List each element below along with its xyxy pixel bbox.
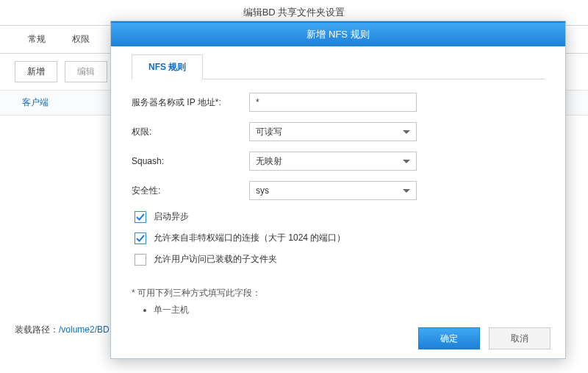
col-client[interactable]: 客户端 (22, 96, 49, 109)
async-label: 启动异步 (154, 210, 189, 223)
nonpriv-label: 允许来自非特权端口的连接（大于 1024 的端口） (154, 232, 345, 244)
dialog-title: 新增 NFS 规则 (111, 21, 565, 46)
help-text: * 可用下列三种方式填写此字段： 单一主机 万用符号：*, *.synology… (132, 285, 545, 319)
tab-permission[interactable]: 权限 (59, 26, 103, 53)
async-checkbox[interactable] (135, 211, 146, 223)
dialog-tabbar: NFS 规则 (132, 54, 545, 79)
subfolders-label: 允许用户访问已装载的子文件夹 (154, 253, 277, 266)
mount-path: 装载路径：/volume2/BD (15, 324, 110, 336)
security-label: 安全性: (132, 185, 249, 197)
help-intro: * 可用下列三种方式填写此字段： (132, 285, 545, 302)
security-select[interactable]: sys (249, 181, 417, 200)
security-value: sys (256, 185, 269, 196)
subfolders-checkbox[interactable] (135, 254, 146, 266)
cancel-button[interactable]: 取消 (489, 327, 551, 349)
check-icon (136, 234, 145, 243)
nonpriv-checkbox[interactable] (135, 232, 146, 244)
nfs-rule-dialog: 新增 NFS 规则 NFS 规则 服务器名称或 IP 地址*: 权限: 可读写 … (110, 21, 566, 359)
dialog-footer: 确定 取消 (111, 319, 565, 358)
chevron-down-icon (403, 189, 410, 193)
tab-general[interactable]: 常规 (15, 26, 59, 53)
permission-label: 权限: (132, 126, 249, 138)
add-button[interactable]: 新增 (15, 61, 57, 82)
tab-nfs-rule[interactable]: NFS 规则 (132, 54, 203, 79)
help-item-single: 单一主机 (154, 302, 545, 319)
squash-label: Squash: (132, 156, 249, 166)
permission-value: 可读写 (256, 126, 282, 138)
squash-value: 无映射 (256, 155, 282, 168)
dialog-body: NFS 规则 服务器名称或 IP 地址*: 权限: 可读写 Squash: 无映… (111, 46, 565, 319)
check-icon (136, 213, 145, 221)
host-input[interactable] (249, 93, 417, 112)
squash-select[interactable]: 无映射 (249, 152, 417, 171)
chevron-down-icon (403, 160, 410, 163)
ok-button[interactable]: 确定 (418, 327, 480, 349)
mount-path-label: 装载路径： (15, 324, 59, 335)
host-label: 服务器名称或 IP 地址*: (132, 96, 249, 109)
mount-path-value: /volume2/BD (59, 324, 110, 335)
permission-select[interactable]: 可读写 (249, 122, 417, 141)
edit-button[interactable]: 编辑 (65, 61, 107, 82)
chevron-down-icon (403, 130, 410, 134)
